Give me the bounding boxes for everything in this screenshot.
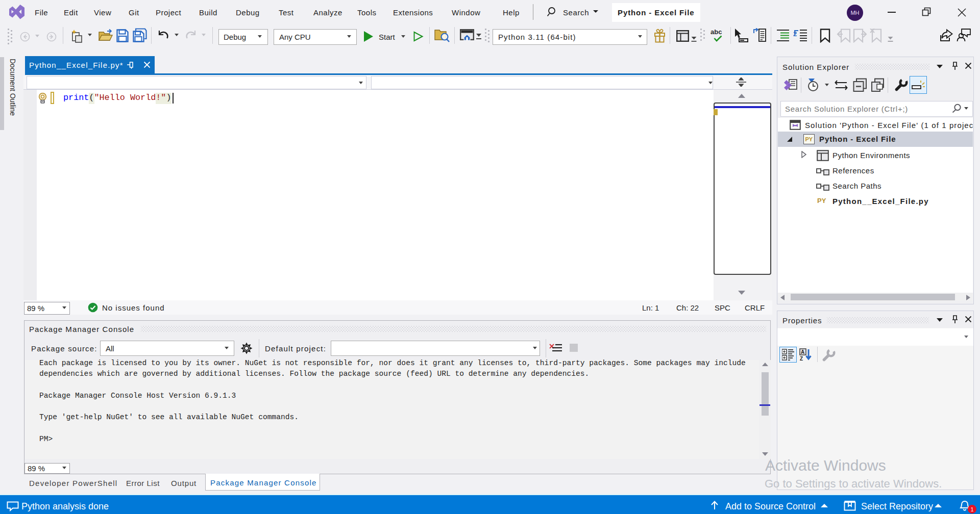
svg-text:A: A — [801, 349, 804, 355]
svg-text:Z: Z — [800, 356, 803, 362]
svg-text:2: 2 — [793, 30, 797, 38]
